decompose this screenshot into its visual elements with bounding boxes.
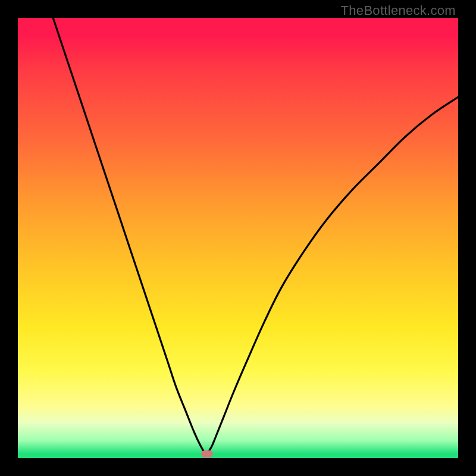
watermark-text: TheBottleneck.com — [341, 3, 456, 18]
minimum-marker — [201, 450, 213, 458]
bottleneck-curve — [18, 18, 458, 458]
plot-area — [18, 18, 458, 458]
